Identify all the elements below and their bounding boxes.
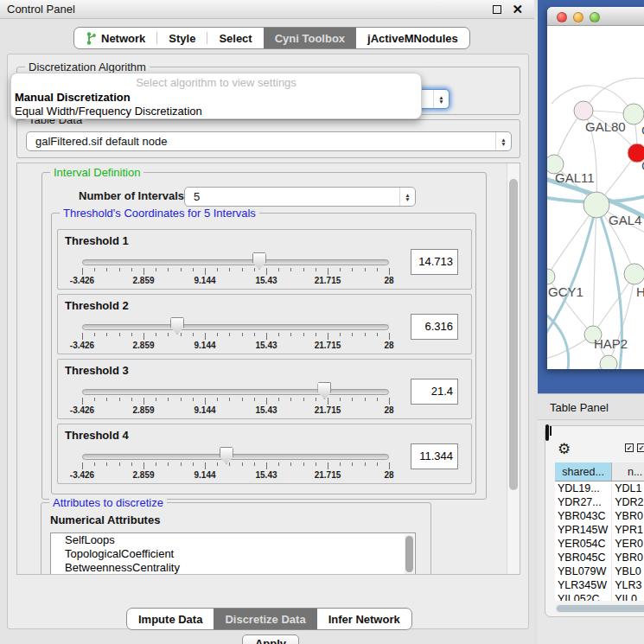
table-row[interactable]: YBR043CYBR0: [555, 509, 644, 523]
table-row[interactable]: YBL079WYBL0: [555, 564, 644, 578]
node-label: GAL4: [609, 213, 641, 227]
table-panel-title: Table Panel: [550, 401, 609, 414]
num-intervals-combobox[interactable]: 5 ▲▼: [184, 187, 416, 207]
table-row[interactable]: YDR27...YDR2: [555, 495, 644, 509]
dropdown-option[interactable]: Equal Width/Frequency Discretization: [15, 105, 202, 118]
gear-icon[interactable]: ⚙: [558, 440, 571, 458]
dropdown-option[interactable]: Manual Discretization: [15, 91, 131, 104]
tab-style[interactable]: Style: [157, 28, 207, 48]
checkbox-icon[interactable]: ✓: [625, 443, 634, 452]
network-canvas[interactable]: GAL80GACGAL11GAL4GCY1HHAP2: [547, 26, 644, 369]
network-node-green[interactable]: [547, 269, 555, 284]
table-row[interactable]: YIL052CYIL0: [555, 592, 644, 601]
threshold-label: Threshold 3: [65, 364, 129, 377]
table-row[interactable]: YPR145WYPR1: [555, 523, 644, 537]
tab-impute-data[interactable]: Impute Data: [127, 609, 214, 629]
minimize-traffic-light-icon[interactable]: [573, 12, 583, 22]
combo-stepper-icon[interactable]: ▲▼: [399, 188, 415, 206]
column-header[interactable]: n...: [612, 462, 644, 481]
top-tab-bar: NetworkStyleSelectCyni ToolboxjActiveMNo…: [73, 27, 470, 49]
network-node-pink[interactable]: [574, 101, 593, 120]
panel-title: Control Panel: [7, 3, 75, 16]
combo-stepper-icon[interactable]: ▲▼: [495, 132, 511, 150]
apply-button[interactable]: Apply: [242, 634, 299, 644]
network-edge-highlighted[interactable]: [547, 311, 569, 369]
tab-discretize-data[interactable]: Discretize Data: [214, 609, 316, 629]
network-node-green[interactable]: [623, 104, 644, 124]
table-cell: YDL1: [612, 481, 644, 495]
checkbox-icon[interactable]: ✓: [637, 443, 644, 452]
table-data-combobox[interactable]: galFiltered.sif default node ▲▼: [26, 131, 512, 151]
close-icon[interactable]: ✕: [512, 2, 523, 17]
float-window-icon[interactable]: [493, 5, 501, 14]
dropdown-placeholder: Select algorithm to view settings: [11, 76, 421, 89]
threshold-value-field[interactable]: 14.713: [411, 249, 458, 275]
slider-track[interactable]: [82, 389, 389, 395]
column-header[interactable]: shared...: [555, 462, 612, 481]
split-column-icon[interactable]: [545, 424, 549, 441]
close-traffic-light-icon[interactable]: [557, 12, 567, 22]
node-label: GCY1: [548, 284, 583, 299]
network-node-green[interactable]: [600, 355, 617, 369]
vertical-scrollbar[interactable]: [507, 163, 520, 574]
settings-scroll-area: Interval Definition Number of Intervals …: [16, 163, 520, 575]
tab-network[interactable]: Network: [74, 28, 156, 48]
numerical-attributes-label: Numerical Attributes: [50, 513, 160, 526]
tab-label: Style: [169, 32, 195, 45]
tab-label: Impute Data: [138, 613, 202, 626]
threshold-label: Threshold 1: [65, 234, 129, 247]
algorithm-dropdown-popup: Select algorithm to view settingsManual …: [10, 73, 422, 119]
threshold-value-field[interactable]: 11.344: [411, 443, 458, 469]
slider-track[interactable]: [82, 454, 389, 460]
slider-handle[interactable]: [170, 317, 184, 335]
list-scrollbar[interactable]: [405, 534, 414, 575]
table-cell: YLR3: [612, 578, 644, 592]
slider-handle[interactable]: [317, 382, 331, 399]
attribute-list-item[interactable]: SelfLoops: [51, 533, 415, 547]
combo-stepper-icon[interactable]: ▲▼: [433, 90, 449, 108]
numerical-attributes-list[interactable]: SelfLoopsTopologicalCoefficientBetweenne…: [50, 532, 416, 575]
tab-infer-network[interactable]: Infer Network: [317, 609, 411, 629]
network-node-green[interactable]: [624, 264, 644, 284]
slider-track[interactable]: [82, 259, 389, 265]
tab-label: Infer Network: [328, 613, 400, 626]
tab-cyni-toolbox[interactable]: Cyni Toolbox: [264, 28, 356, 48]
table-cell: YER054C: [555, 537, 612, 551]
control-panel: Control Panel ✕ NetworkStyleSelectCyni T…: [0, 0, 534, 644]
slider-track[interactable]: [82, 324, 389, 330]
table-cell: YIL0: [612, 592, 644, 601]
tab-jactivemnodules[interactable]: jActiveMNodules: [356, 28, 469, 48]
tab-label: Select: [219, 32, 252, 45]
table-cell: YIL052C: [555, 592, 612, 601]
node-label: GAL80: [585, 119, 626, 134]
table-row[interactable]: YER054CYER0: [555, 537, 644, 551]
table-panel-body: ⚙ ✓ ✓ shared...n...YDL19...YDL1YDR27...Y…: [538, 421, 644, 644]
zoom-traffic-light-icon[interactable]: [590, 12, 600, 22]
table-cell: YBL0: [612, 564, 644, 578]
network-edge[interactable]: [593, 274, 634, 335]
slider-handle[interactable]: [252, 252, 266, 270]
threshold-value-field[interactable]: 6.316: [411, 314, 458, 340]
attribute-list-item[interactable]: BetweennessCentrality: [51, 561, 415, 575]
group-title: Attributes to discretize: [49, 496, 167, 509]
horizontal-scrollbar[interactable]: [555, 604, 644, 613]
network-edge-highlighted[interactable]: [547, 205, 596, 339]
network-window-titlebar[interactable]: [547, 7, 644, 26]
node-attribute-table[interactable]: shared...n...YDL19...YDL1YDR27...YDR2YBR…: [555, 462, 644, 601]
threshold-value-field[interactable]: 21.4: [411, 379, 458, 405]
thresholds-group: Threshold's Coordinates for 5 Intervals …: [51, 213, 476, 494]
attribute-list-item[interactable]: TopologicalCoefficient: [51, 547, 415, 561]
content-panel: Discretization Algorithm ▲▼ Table Data g…: [7, 54, 529, 629]
table-cell: YDL19...: [555, 481, 612, 495]
table-row[interactable]: YDL19...YDL1: [555, 481, 644, 495]
slider-handle[interactable]: [220, 447, 233, 464]
table-cell: YDR2: [612, 495, 644, 509]
table-row[interactable]: YBR045CYBR0: [555, 551, 644, 564]
table-row[interactable]: YLR345WYLR3: [555, 578, 644, 592]
network-edge[interactable]: [593, 205, 596, 335]
tab-select[interactable]: Select: [207, 28, 263, 48]
network-node-green[interactable]: [583, 192, 609, 218]
group-title: Discretization Algorithm: [25, 61, 150, 73]
table-cell: YER0: [612, 537, 644, 551]
network-view-window: GAL80GACGAL11GAL4GCY1HHAP2: [547, 7, 644, 369]
